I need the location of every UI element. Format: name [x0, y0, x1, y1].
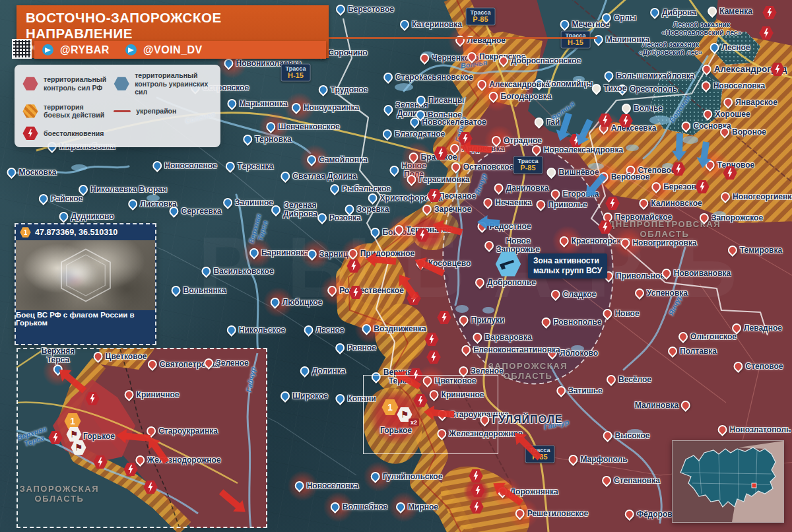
- combat-clash-icon: [48, 430, 63, 445]
- legend-item: территория боевых действий: [22, 103, 108, 119]
- combat-clash-icon: [123, 462, 138, 477]
- legend-label: боестолкновения: [44, 129, 104, 138]
- combat-clash-icon: [143, 480, 158, 494]
- legend-war-icon: [22, 104, 38, 118]
- combat-clash-icon: [93, 455, 108, 469]
- legend-item: укрепрайон: [114, 103, 213, 119]
- legend-ua-icon: [114, 77, 129, 91]
- combat-clash-icon: [471, 483, 485, 498]
- photo-coordinates: 47.873369, 36.510310: [35, 228, 117, 237]
- minimap-canvas: [673, 441, 783, 522]
- combat-clash-icon: [424, 332, 439, 347]
- legend-item: боестолкновения: [22, 126, 108, 141]
- russian-flag-marker: ⚑: [71, 440, 86, 455]
- combat-clash-icon: [415, 228, 430, 242]
- combat-clash-icon: [671, 162, 686, 176]
- combat-clash-icon: [618, 114, 633, 128]
- qr-code: [12, 39, 32, 59]
- combat-clash-icon: [598, 113, 612, 127]
- numbered-event-marker: 1: [381, 399, 399, 416]
- combat-clash-icon: [469, 500, 484, 514]
- combat-clash-icon: [598, 220, 612, 234]
- event-marker-icon: 1: [20, 227, 31, 238]
- combat-clash-icon: [427, 188, 442, 203]
- legend-label: территория боевых действий: [44, 103, 108, 119]
- combat-clash-icon: [346, 259, 361, 273]
- activity-zone-callout: Зона активности малых групп ВСУ: [528, 253, 607, 279]
- legend-rf-icon: [22, 77, 38, 91]
- hexagon-watermark: [57, 247, 114, 304]
- combat-clash-icon: [759, 26, 774, 40]
- legend-item: территориальный контроль украинских сил: [114, 71, 213, 96]
- telegram-icon: [42, 44, 53, 55]
- combat-clash-icon: [437, 310, 451, 325]
- photo-image: [16, 240, 155, 310]
- combat-clash-icon: [348, 285, 363, 300]
- photo-inset: 1 47.873369, 36.510310 Боец ВС РФ с флаг…: [15, 223, 156, 345]
- ukraine-overview-minimap: [672, 440, 784, 523]
- photo-header: 1 47.873369, 36.510310: [16, 224, 155, 240]
- legend-label: территориальный контроль сил РФ: [44, 75, 108, 92]
- flag-count-tag: x2: [409, 418, 419, 426]
- combat-clash-icon: [434, 146, 448, 160]
- combat-clash-icon: [413, 393, 428, 408]
- legend-item: территориальный контроль сил РФ: [22, 71, 108, 96]
- combat-clash-icon: [469, 469, 483, 483]
- legend-label: территориальный контроль украинских сил: [135, 71, 213, 96]
- map-legend: территориальный контроль сил РФтерритори…: [15, 65, 220, 147]
- combat-clash-icon: [770, 62, 785, 77]
- telegram-handles-bar: @RYBAR @VOIN_DV: [34, 41, 326, 59]
- handle-voin-dv[interactable]: @VOIN_DV: [143, 44, 203, 56]
- combat-clash-icon: [407, 291, 421, 306]
- legend-label: укрепрайон: [136, 107, 176, 116]
- combat-clash-icon: [695, 180, 710, 194]
- combat-clash-icon: [723, 166, 737, 180]
- legend-line-icon: [114, 110, 131, 112]
- combat-clash-icon: [426, 350, 441, 364]
- handle-rybar[interactable]: @RYBAR: [60, 44, 110, 56]
- combat-clash-icon: [85, 391, 100, 406]
- photo-caption: Боец ВС РФ с флагом России в Горьком: [16, 310, 155, 327]
- legend-fight-icon: [22, 126, 38, 141]
- map-title: ВОСТОЧНО-ЗАПОРОЖСКОЕ НАПРАВЛЕНИЕ: [26, 10, 319, 41]
- combat-clash-icon: [605, 196, 620, 211]
- combat-clash-icon: [458, 131, 473, 146]
- combat-clash-icon: [762, 5, 777, 20]
- combat-clash-icon: [409, 368, 423, 382]
- war-situation-map: РЫБАРЬ НовониколаевкаБерестовоеКатеринов…: [0, 0, 792, 532]
- combat-clash-icon: [569, 133, 583, 148]
- telegram-icon: [125, 44, 137, 55]
